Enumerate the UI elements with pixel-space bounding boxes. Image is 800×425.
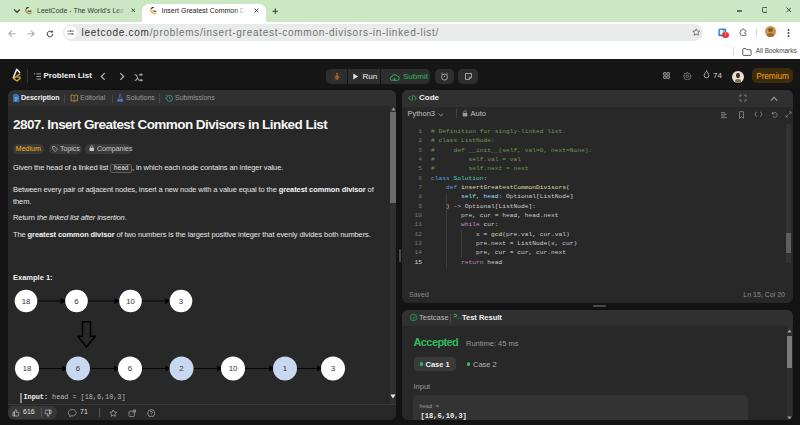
svg-text:18: 18 — [21, 297, 30, 306]
svg-text:6: 6 — [74, 297, 78, 306]
svg-text:6: 6 — [127, 364, 131, 373]
svg-text:1: 1 — [282, 364, 286, 373]
svg-text:6: 6 — [75, 364, 79, 373]
svg-text:3: 3 — [178, 297, 182, 306]
svg-text:10: 10 — [228, 364, 237, 373]
svg-text:18: 18 — [22, 364, 31, 373]
svg-text:3: 3 — [330, 364, 334, 373]
svg-text:2: 2 — [179, 364, 183, 373]
svg-text:10: 10 — [126, 297, 135, 306]
